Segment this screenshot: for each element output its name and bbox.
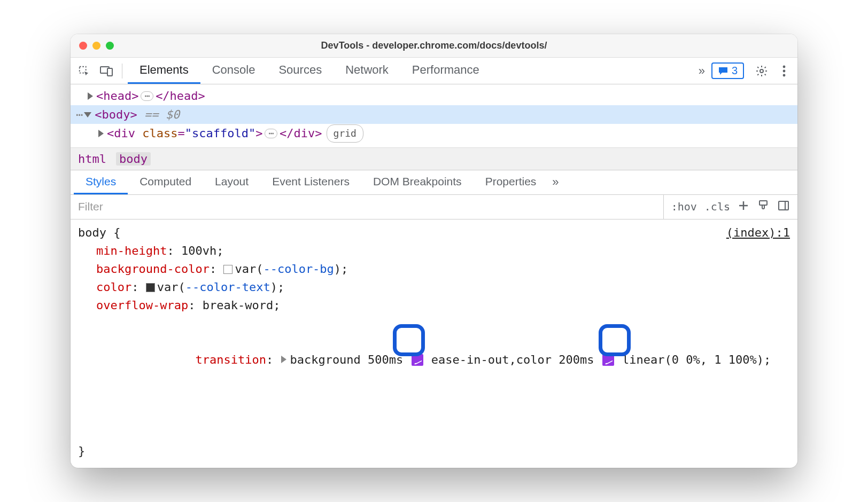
expand-arrow-icon[interactable] bbox=[98, 130, 104, 137]
dom-node-body-selected[interactable]: ⋯ <body> == $0 bbox=[71, 105, 797, 124]
collapse-arrow-icon[interactable] bbox=[84, 112, 91, 117]
grid-badge[interactable]: grid bbox=[327, 124, 363, 143]
sub-tab-layout[interactable]: Layout bbox=[203, 170, 260, 194]
traffic-lights bbox=[79, 42, 114, 50]
prop-min-height[interactable]: min-height: 100vh; bbox=[78, 242, 790, 260]
easing-editor-icon[interactable] bbox=[602, 354, 614, 366]
computed-sidebar-icon[interactable] bbox=[777, 199, 790, 215]
svg-point-4 bbox=[783, 65, 786, 68]
breadcrumb-html[interactable]: html bbox=[78, 152, 106, 166]
separator bbox=[122, 64, 122, 79]
breadcrumb-body[interactable]: body bbox=[116, 152, 151, 166]
breadcrumb: html body bbox=[71, 147, 797, 170]
tab-network[interactable]: Network bbox=[334, 58, 400, 84]
styles-filter-input[interactable] bbox=[71, 195, 664, 219]
svg-rect-7 bbox=[759, 201, 767, 205]
prop-transition[interactable]: transition: background 500ms ease-in-out… bbox=[78, 315, 790, 442]
ellipsis-badge[interactable]: ⋯ bbox=[141, 91, 153, 101]
new-style-rule-icon[interactable] bbox=[738, 200, 749, 214]
callout-highlight-1 bbox=[393, 324, 425, 356]
ellipsis-badge[interactable]: ⋯ bbox=[265, 129, 277, 138]
color-swatch-icon[interactable] bbox=[146, 283, 155, 292]
window-title: DevTools - developer.chrome.com/docs/dev… bbox=[71, 40, 797, 51]
prop-color[interactable]: color: var(--color-text); bbox=[78, 278, 790, 296]
color-swatch-icon[interactable] bbox=[223, 265, 232, 274]
tab-sources[interactable]: Sources bbox=[267, 58, 334, 84]
sub-tab-dom-breakpoints[interactable]: DOM Breakpoints bbox=[361, 170, 474, 194]
dom-node-div-scaffold[interactable]: <div class="scaffold"> ⋯ </div> grid bbox=[71, 124, 797, 143]
dom-node-head[interactable]: <head> ⋯ </head> bbox=[71, 87, 797, 105]
settings-gear-icon[interactable] bbox=[751, 61, 772, 81]
rule-source-link[interactable]: (index):1 bbox=[726, 224, 790, 242]
rule-close-brace: } bbox=[78, 442, 790, 460]
minimize-window-button[interactable] bbox=[92, 42, 100, 50]
device-toolbar-icon[interactable] bbox=[96, 61, 117, 81]
maximize-window-button[interactable] bbox=[106, 42, 114, 50]
devtools-window: DevTools - developer.chrome.com/docs/dev… bbox=[71, 34, 797, 468]
rule-selector[interactable]: body { bbox=[78, 224, 120, 242]
cls-toggle[interactable]: .cls bbox=[704, 200, 730, 213]
main-tabs: Elements Console Sources Network Perform… bbox=[128, 58, 692, 84]
tab-elements[interactable]: Elements bbox=[128, 58, 200, 84]
svg-rect-2 bbox=[107, 68, 112, 76]
sub-tab-event-listeners[interactable]: Event Listeners bbox=[260, 170, 361, 194]
inspect-element-icon[interactable] bbox=[74, 61, 94, 81]
svg-point-5 bbox=[783, 69, 786, 72]
expand-arrow-icon[interactable] bbox=[88, 92, 93, 100]
sub-tab-properties[interactable]: Properties bbox=[474, 170, 548, 194]
tab-performance[interactable]: Performance bbox=[400, 58, 491, 84]
rule-header: body { (index):1 bbox=[78, 224, 790, 242]
easing-editor-icon[interactable] bbox=[412, 354, 423, 366]
styles-filter-row: :hov .cls bbox=[71, 195, 797, 219]
kebab-menu-icon[interactable] bbox=[774, 61, 794, 81]
expand-shorthand-icon[interactable] bbox=[281, 356, 286, 363]
main-toolbar: Elements Console Sources Network Perform… bbox=[71, 58, 797, 84]
prop-background-color[interactable]: background-color: var(--color-bg); bbox=[78, 260, 790, 278]
titlebar: DevTools - developer.chrome.com/docs/dev… bbox=[71, 34, 797, 58]
svg-rect-8 bbox=[779, 201, 788, 210]
paint-brush-icon[interactable] bbox=[757, 199, 770, 215]
dom-tree[interactable]: <head> ⋯ </head> ⋯ <body> == $0 <div cla… bbox=[71, 84, 797, 147]
styles-sub-tabs: Styles Computed Layout Event Listeners D… bbox=[71, 170, 797, 195]
hov-toggle[interactable]: :hov bbox=[671, 200, 697, 213]
svg-point-6 bbox=[783, 74, 786, 76]
close-window-button[interactable] bbox=[79, 42, 87, 50]
svg-point-3 bbox=[760, 69, 763, 73]
sub-tab-computed[interactable]: Computed bbox=[128, 170, 203, 194]
sub-tab-styles[interactable]: Styles bbox=[74, 170, 128, 194]
tab-console[interactable]: Console bbox=[200, 58, 267, 84]
filter-buttons: :hov .cls bbox=[664, 199, 797, 215]
chat-icon bbox=[718, 66, 728, 76]
styles-rule-body: body { (index):1 min-height: 100vh; back… bbox=[71, 219, 797, 468]
callout-highlight-2 bbox=[599, 324, 631, 356]
issues-badge[interactable]: 3 bbox=[711, 62, 744, 79]
prop-overflow-wrap[interactable]: overflow-wrap: break-word; bbox=[78, 296, 790, 315]
selection-dots-icon: ⋯ bbox=[76, 105, 82, 124]
issues-count: 3 bbox=[732, 65, 738, 77]
more-tabs-icon[interactable]: » bbox=[694, 64, 709, 78]
more-sub-tabs-icon[interactable]: » bbox=[548, 170, 563, 194]
